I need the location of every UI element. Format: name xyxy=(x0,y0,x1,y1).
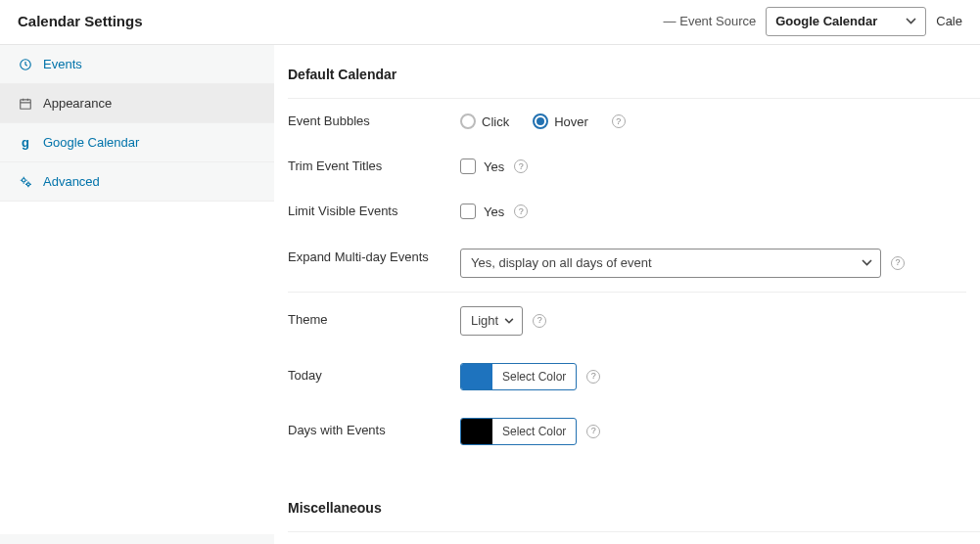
help-icon[interactable]: ? xyxy=(533,314,546,328)
checkbox-limit-yes[interactable]: Yes xyxy=(460,204,504,219)
sidebar: Events Appearance g Google Calendar Adva… xyxy=(0,45,274,544)
svg-point-3 xyxy=(26,182,29,185)
color-picker-label: Select Color xyxy=(492,419,576,444)
row-event-bubbles: Event Bubbles Click Hover ? xyxy=(288,99,980,144)
event-source-select[interactable]: Google Calendar xyxy=(766,7,926,36)
sidebar-item-advanced[interactable]: Advanced xyxy=(0,162,274,202)
sidebar-item-label: Events xyxy=(43,57,82,71)
svg-point-2 xyxy=(23,178,26,182)
help-icon[interactable]: ? xyxy=(891,256,905,270)
header-right: — Event Source Google Calendar Cale xyxy=(664,7,962,36)
help-icon[interactable]: ? xyxy=(514,204,528,218)
sidebar-item-label: Advanced xyxy=(43,174,100,189)
sidebar-item-label: Google Calendar xyxy=(43,135,139,150)
section-title-default-calendar: Default Calendar xyxy=(288,45,980,99)
event-source-label: — Event Source xyxy=(664,14,757,28)
label-days-with: Days with Events xyxy=(288,422,460,439)
select-expand-multiday[interactable]: Yes, display on all days of event xyxy=(460,249,881,278)
color-picker-label: Select Color xyxy=(492,364,576,389)
sidebar-item-google-calendar[interactable]: g Google Calendar xyxy=(0,123,274,162)
label-limit-events: Limit Visible Events xyxy=(288,203,460,220)
row-days-with-events-color: Days with Events Select Color ? xyxy=(288,404,980,459)
chevron-down-icon xyxy=(862,259,872,266)
row-trim-titles: Trim Event Titles Yes ? xyxy=(288,144,980,189)
body: Events Appearance g Google Calendar Adva… xyxy=(0,45,980,544)
radio-click-label: Click xyxy=(482,114,509,129)
calendar-icon xyxy=(18,97,33,111)
clock-icon xyxy=(18,58,33,71)
row-theme: Theme Light ? xyxy=(288,293,980,349)
page-title: Calendar Settings xyxy=(18,13,143,29)
help-icon[interactable]: ? xyxy=(586,425,600,438)
row-limit-events: Limit Visible Events Yes ? xyxy=(288,189,980,234)
google-icon: g xyxy=(18,135,33,150)
label-trim-titles: Trim Event Titles xyxy=(288,158,460,175)
label-theme: Theme xyxy=(288,311,460,329)
select-theme-value: Light xyxy=(471,313,498,328)
row-static-calendar-cut: Yes (hide navigation arrows) ? xyxy=(288,532,980,544)
radio-hover-label: Hover xyxy=(554,114,588,129)
checkbox-limit-label: Yes xyxy=(484,204,504,219)
help-icon[interactable]: ? xyxy=(514,159,528,173)
sidebar-item-label: Appearance xyxy=(43,96,112,111)
truncated-text: Cale xyxy=(936,14,962,28)
color-swatch-days-with xyxy=(461,419,492,444)
color-swatch-today xyxy=(461,364,492,389)
sidebar-item-events[interactable]: Events xyxy=(0,45,274,84)
help-icon[interactable]: ? xyxy=(612,114,626,128)
select-theme[interactable]: Light xyxy=(460,306,523,336)
row-expand-multiday: Expand Multi-day Events Yes, display on … xyxy=(288,235,980,292)
gears-icon xyxy=(18,175,33,189)
header-bar: Calendar Settings — Event Source Google … xyxy=(0,0,980,45)
select-expand-value: Yes, display on all days of event xyxy=(471,255,652,270)
chevron-down-icon xyxy=(906,18,916,24)
svg-rect-1 xyxy=(21,99,31,108)
main-content: Default Calendar Event Bubbles Click Hov… xyxy=(274,45,980,544)
checkbox-trim-yes[interactable]: Yes xyxy=(460,159,504,174)
label-today: Today xyxy=(288,367,460,385)
section-title-miscellaneous: Miscellaneous xyxy=(288,478,980,532)
row-today-color: Today Select Color ? xyxy=(288,349,980,404)
event-source-value: Google Calendar xyxy=(775,14,877,28)
label-event-bubbles: Event Bubbles xyxy=(288,113,460,130)
radio-click[interactable]: Click xyxy=(460,113,509,129)
help-icon[interactable]: ? xyxy=(586,370,600,384)
sidebar-item-appearance[interactable]: Appearance xyxy=(0,84,274,123)
radio-hover[interactable]: Hover xyxy=(533,113,588,129)
chevron-down-icon xyxy=(504,318,514,324)
color-picker-today[interactable]: Select Color xyxy=(460,363,577,390)
checkbox-trim-label: Yes xyxy=(484,159,504,174)
label-expand: Expand Multi-day Events xyxy=(288,249,460,266)
color-picker-days-with[interactable]: Select Color xyxy=(460,418,577,445)
